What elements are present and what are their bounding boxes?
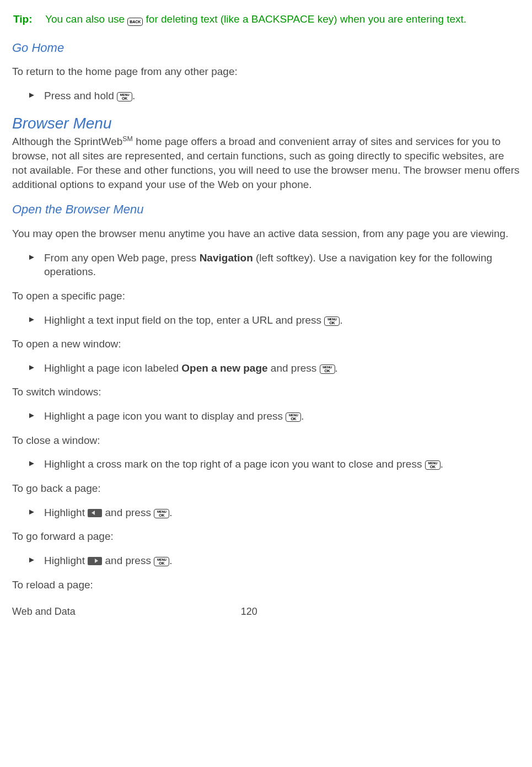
- menu-ok-key-icon: MENUOK: [117, 92, 132, 101]
- go-home-intro: To return to the home page from any othe…: [12, 65, 520, 79]
- menu-ok-key-icon: MENUOK: [320, 364, 335, 374]
- forward-intro: To go forward a page:: [12, 529, 520, 544]
- back-key-icon: BACK: [127, 18, 143, 26]
- specific-step: Highlight a text input field on the top,…: [28, 313, 520, 328]
- close-intro: To close a window:: [12, 433, 520, 448]
- forward-step: Highlight and press MENUOK.: [28, 554, 520, 568]
- close-step: Highlight a cross mark on the top right …: [28, 457, 520, 471]
- browser-menu-para: Although the SprintWebSM home page offer…: [12, 135, 520, 191]
- page-footer: Web and Data 120: [12, 605, 520, 618]
- menu-ok-key-icon: MENUOK: [154, 509, 169, 518]
- switch-step: Highlight a page icon you want to displa…: [28, 409, 520, 423]
- menu-ok-key-icon: MENUOK: [286, 412, 301, 422]
- tip-label: Tip:: [13, 12, 45, 26]
- go-home-step: Press and hold MENUOK.: [28, 89, 520, 103]
- tip-text: You can also use BACK for deleting text …: [45, 12, 520, 26]
- switch-intro: To switch windows:: [12, 385, 520, 399]
- reload-intro: To reload a page:: [12, 578, 520, 592]
- menu-ok-key-icon: MENUOK: [425, 460, 440, 470]
- arrow-left-icon: [88, 509, 102, 517]
- heading-browser-menu: Browser Menu: [12, 113, 520, 134]
- new-window-intro: To open a new window:: [12, 337, 520, 351]
- footer-page-number: 120: [241, 605, 257, 618]
- tip-note: Tip: You can also use BACK for deleting …: [12, 12, 520, 26]
- back-step: Highlight and press MENUOK.: [28, 506, 520, 520]
- specific-intro: To open a specific page:: [12, 289, 520, 303]
- footer-section: Web and Data: [12, 605, 76, 618]
- heading-open-browser-menu: Open the Browser Menu: [12, 201, 520, 218]
- back-intro: To go back a page:: [12, 481, 520, 496]
- arrow-right-icon: [88, 557, 102, 565]
- menu-ok-key-icon: MENUOK: [154, 557, 169, 566]
- open-menu-intro: You may open the browser menu anytime yo…: [12, 227, 520, 241]
- menu-ok-key-icon: MENUOK: [324, 317, 340, 326]
- heading-go-home: Go Home: [12, 40, 520, 56]
- open-menu-step: From any open Web page, press Navigation…: [28, 251, 520, 279]
- new-window-step: Highlight a page icon labeled Open a new…: [28, 361, 520, 376]
